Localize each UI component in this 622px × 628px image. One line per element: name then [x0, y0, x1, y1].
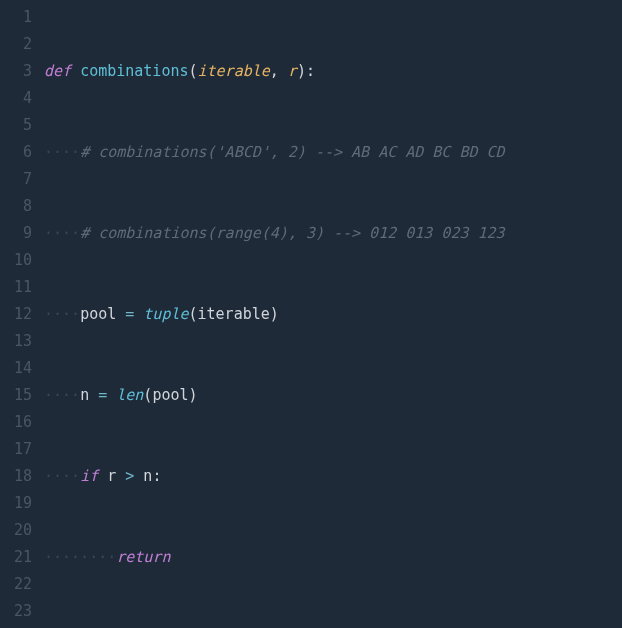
- code-line: def combinations(iterable, r):: [44, 58, 622, 85]
- line-number: 1: [0, 4, 32, 31]
- line-number: 22: [0, 571, 32, 598]
- line-number: 4: [0, 85, 32, 112]
- line-number: 10: [0, 247, 32, 274]
- line-number: 13: [0, 328, 32, 355]
- line-number: 3: [0, 58, 32, 85]
- line-number: 9: [0, 220, 32, 247]
- line-number: 8: [0, 193, 32, 220]
- line-number: 23: [0, 598, 32, 625]
- line-number: 17: [0, 436, 32, 463]
- line-number-gutter: 1 2 3 4 5 6 7 8 9 10 11 12 13 14 15 16 1…: [0, 0, 44, 628]
- line-number: 14: [0, 355, 32, 382]
- code-line: ····n = len(pool): [44, 382, 622, 409]
- line-number: 2: [0, 31, 32, 58]
- line-number: 19: [0, 490, 32, 517]
- line-number: 11: [0, 274, 32, 301]
- code-line: ····# combinations('ABCD', 2) --> AB AC …: [44, 139, 622, 166]
- line-number: 20: [0, 517, 32, 544]
- code-line: ········return: [44, 544, 622, 571]
- code-editor: 1 2 3 4 5 6 7 8 9 10 11 12 13 14 15 16 1…: [0, 0, 622, 628]
- line-number: 21: [0, 544, 32, 571]
- line-number: 6: [0, 139, 32, 166]
- line-number: 18: [0, 463, 32, 490]
- code-line: ····if r > n:: [44, 463, 622, 490]
- code-area[interactable]: def combinations(iterable, r): ····# com…: [44, 0, 622, 628]
- line-number: 15: [0, 382, 32, 409]
- code-line: ····# combinations(range(4), 3) --> 012 …: [44, 220, 622, 247]
- line-number: 12: [0, 301, 32, 328]
- line-number: 16: [0, 409, 32, 436]
- line-number: 7: [0, 166, 32, 193]
- code-line: ····pool = tuple(iterable): [44, 301, 622, 328]
- line-number: 5: [0, 112, 32, 139]
